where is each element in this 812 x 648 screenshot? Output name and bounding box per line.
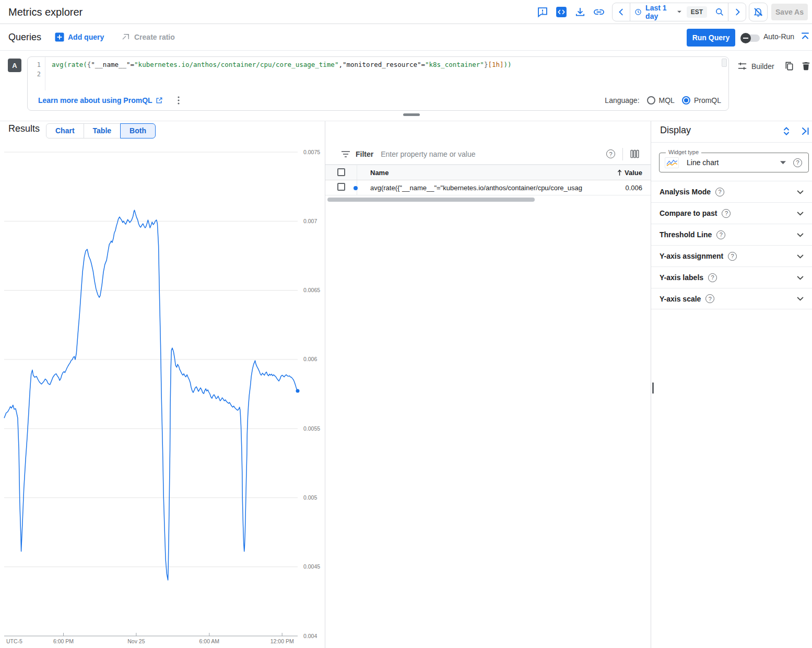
- tab-chart[interactable]: Chart: [46, 123, 84, 138]
- sort-ascending-icon: [617, 169, 622, 176]
- column-header-name[interactable]: Name: [370, 169, 389, 177]
- language-option-mql[interactable]: MQL: [647, 96, 675, 105]
- section-y-axis-assignment[interactable]: Y-axis assignment ?: [651, 245, 812, 267]
- download-icon[interactable]: [574, 6, 586, 18]
- query-editor[interactable]: 1 2 avg(rate({"__name__"="kubernetes.io/…: [27, 56, 729, 111]
- line-number-gutter: 1 2: [28, 57, 45, 90]
- svg-text:0.005: 0.005: [303, 494, 317, 501]
- divider: [622, 148, 623, 160]
- language-option-label: MQL: [659, 96, 675, 105]
- create-ratio-button[interactable]: Create ratio: [122, 32, 175, 41]
- link-icon[interactable]: [593, 6, 605, 18]
- time-forward-button[interactable]: [728, 3, 746, 21]
- time-zoom-icon[interactable]: [711, 3, 728, 21]
- radio-unselected-icon: [647, 96, 655, 105]
- language-option-label: PromQL: [694, 96, 721, 105]
- query-code[interactable]: avg(rate({"__name__"="kubernetes.io/anth…: [52, 60, 718, 70]
- section-label: Threshold Line: [660, 230, 712, 239]
- editor-scrollbar[interactable]: [722, 59, 727, 67]
- table-header-row: Name Value: [325, 165, 651, 180]
- language-option-promql[interactable]: PromQL: [682, 96, 721, 105]
- code-editor-icon[interactable]: [556, 6, 567, 18]
- collapse-panel-icon[interactable]: [800, 126, 810, 136]
- help-icon[interactable]: ?: [728, 252, 737, 261]
- series-color-dot: [354, 186, 358, 190]
- auto-run-toggle[interactable]: [742, 34, 760, 42]
- tab-table[interactable]: Table: [84, 123, 121, 138]
- time-back-button[interactable]: [613, 3, 630, 21]
- filter-input[interactable]: [381, 150, 606, 158]
- columns-icon[interactable]: [630, 149, 639, 158]
- run-query-button[interactable]: Run Query: [687, 29, 735, 47]
- results-view-tabs: Chart Table Both: [46, 123, 156, 138]
- line-chart-icon: [665, 157, 679, 168]
- more-options-icon[interactable]: [178, 96, 180, 105]
- caret-down-icon: [780, 161, 786, 165]
- help-icon[interactable]: ?: [708, 273, 717, 282]
- svg-text:6:00 AM: 6:00 AM: [199, 638, 220, 644]
- widget-type-select[interactable]: Widget type Line chart ?: [659, 153, 809, 172]
- expand-collapse-all-icon[interactable]: [781, 126, 792, 136]
- collapse-section-icon[interactable]: [800, 31, 810, 41]
- widget-type-label: Widget type: [666, 149, 701, 155]
- metric-line-chart[interactable]: 0.00750.0070.00650.0060.00550.0050.00450…: [0, 141, 324, 647]
- save-as-button[interactable]: Save As: [771, 4, 808, 20]
- divider: [651, 142, 812, 143]
- filter-icon: [341, 151, 350, 158]
- divider: [357, 165, 357, 180]
- column-header-value-label: Value: [625, 169, 642, 177]
- timezone-badge[interactable]: EST: [687, 6, 707, 18]
- row-name: avg(rate({"__name__"="kubernetes.io/anth…: [370, 184, 610, 192]
- add-query-label: Add query: [68, 33, 104, 41]
- learn-more-link[interactable]: Learn more about using PromQL: [38, 96, 163, 105]
- svg-text:0.006: 0.006: [303, 356, 317, 362]
- section-label: Compare to past: [660, 209, 717, 217]
- section-compare-to-past[interactable]: Compare to past ?: [651, 202, 812, 224]
- section-y-axis-labels[interactable]: Y-axis labels ?: [651, 267, 812, 288]
- display-sections: Analysis Mode ? Compare to past ? Thresh…: [651, 181, 812, 309]
- create-ratio-label: Create ratio: [134, 33, 175, 41]
- chevron-down-icon: [797, 190, 804, 194]
- filter-label: Filter: [356, 150, 373, 158]
- section-analysis-mode[interactable]: Analysis Mode ?: [651, 181, 812, 202]
- external-link-icon: [156, 97, 163, 104]
- time-range-dropdown[interactable]: Last 1 day: [630, 3, 686, 21]
- svg-text:0.007: 0.007: [303, 218, 317, 224]
- widget-type-help-icon[interactable]: ?: [793, 158, 802, 167]
- widget-type-value: Line chart: [687, 158, 780, 167]
- add-query-button[interactable]: Add query: [55, 32, 104, 42]
- table-row[interactable]: avg(rate({"__name__"="kubernetes.io/anth…: [325, 180, 651, 195]
- vertical-scrollbar[interactable]: [652, 383, 654, 394]
- row-checkbox[interactable]: [337, 183, 345, 191]
- delete-query-icon[interactable]: [801, 61, 811, 71]
- caret-down-icon: [677, 10, 681, 14]
- section-label: Analysis Mode: [660, 188, 711, 196]
- help-icon[interactable]: ?: [722, 209, 731, 218]
- column-header-value[interactable]: Value: [617, 169, 642, 177]
- language-selector: Language: MQL PromQL: [605, 96, 721, 105]
- chevron-down-icon: [797, 296, 804, 301]
- learn-more-label: Learn more about using PromQL: [38, 96, 152, 105]
- alerting-off-button[interactable]: [749, 3, 768, 21]
- section-y-axis-scale[interactable]: Y-axis scale ?: [651, 288, 812, 309]
- svg-text:0.0075: 0.0075: [303, 149, 320, 155]
- select-all-checkbox[interactable]: [337, 168, 345, 176]
- copy-query-icon[interactable]: [784, 61, 794, 71]
- feedback-icon[interactable]: [537, 6, 548, 18]
- svg-text:UTC-5: UTC-5: [6, 638, 22, 644]
- query-letter-badge: A: [8, 59, 21, 72]
- horizontal-scrollbar[interactable]: [327, 198, 535, 202]
- toggle-knob: [740, 33, 751, 43]
- section-threshold-line[interactable]: Threshold Line ?: [651, 224, 812, 245]
- line-number: 2: [28, 70, 41, 79]
- sliders-icon: [737, 61, 747, 71]
- queries-bar: Queries Add query Create ratio Run Query…: [0, 24, 812, 51]
- page-title: Metrics explorer: [8, 0, 83, 24]
- help-icon[interactable]: ?: [716, 230, 725, 239]
- tab-both[interactable]: Both: [120, 123, 156, 138]
- filter-help-icon[interactable]: ?: [606, 149, 615, 158]
- panel-resize-handle[interactable]: [403, 113, 420, 116]
- builder-button[interactable]: Builder: [737, 61, 774, 71]
- help-icon[interactable]: ?: [715, 188, 724, 196]
- help-icon[interactable]: ?: [705, 294, 714, 303]
